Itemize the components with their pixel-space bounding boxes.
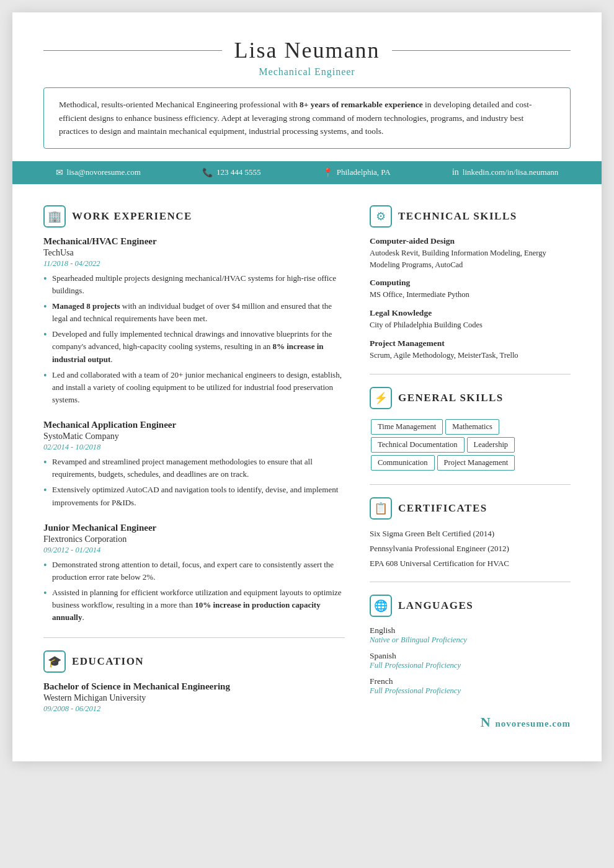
skill-1: Computer-aided Design Autodesk Revit, Bu…: [370, 236, 571, 271]
skill-tag-1: Time Management: [371, 419, 443, 435]
edu-1-school: Western Michigan University: [43, 693, 345, 703]
job-1-company: TechUsa: [43, 248, 345, 258]
right-column: ⚙ TECHNICAL SKILLS Computer-aided Design…: [370, 203, 571, 730]
job-2: Mechanical Application Engineer SystoMat…: [43, 420, 345, 509]
technical-skills-icon-box: ⚙: [370, 205, 392, 228]
linkedin-text: linkedin.com/in/lisa.neumann: [463, 167, 559, 177]
linkedin-icon: in: [452, 167, 459, 177]
languages-icon-box: 🌐: [370, 595, 392, 617]
general-skills-icon-box: ⚡: [370, 387, 392, 409]
job-3-bullet-2: Assisted in planning for efficient workf…: [43, 587, 345, 624]
skill-3: Legal Knowledge City of Philadelphia Bui…: [370, 308, 571, 331]
languages-title: LANGUAGES: [398, 600, 473, 612]
left-column: 🏢 WORK EXPERIENCE Mechanical/HVAC Engine…: [43, 203, 345, 730]
job-1: Mechanical/HVAC Engineer TechUsa 11/2018…: [43, 236, 345, 406]
resume-container: Lisa Neumann Mechanical Engineer Methodi…: [12, 12, 602, 761]
location-icon: 📍: [323, 167, 333, 178]
skill-tag-2: Mathematics: [445, 419, 499, 435]
edu-1-degree: Bachelor of Science in Mechanical Engine…: [43, 681, 345, 692]
candidate-title: Mechanical Engineer: [43, 66, 571, 78]
lang-1-level: Native or Bilingual Proficiency: [370, 636, 571, 645]
job-1-bullet-2: Managed 8 projects with an individual bu…: [43, 300, 345, 325]
skill-4-desc: Scrum, Agile Methodology, MeisterTask, T…: [370, 350, 571, 361]
general-skills-title: GENERAL SKILLS: [398, 392, 504, 404]
work-experience-title: WORK EXPERIENCE: [72, 210, 192, 223]
cert-2: Pennsylvania Professional Engineer (2012…: [370, 543, 571, 554]
branding-footer: N novoresume.com: [370, 714, 571, 730]
job-2-title: Mechanical Application Engineer: [43, 420, 345, 430]
certificates-title: CERTIFICATES: [398, 502, 487, 515]
lang-1: English Native or Bilingual Proficiency: [370, 626, 571, 645]
job-2-dates: 02/2014 - 10/2018: [43, 443, 345, 452]
divider-languages: [370, 582, 571, 582]
skill-4: Project Management Scrum, Agile Methodol…: [370, 339, 571, 361]
job-1-dates: 11/2018 - 04/2022: [43, 259, 345, 268]
skill-1-name: Computer-aided Design: [370, 236, 571, 246]
contact-email: ✉ lisa@novoresume.com: [56, 167, 141, 178]
lightning-icon: ⚡: [374, 391, 388, 405]
divider-general-skills: [370, 374, 571, 374]
skill-3-name: Legal Knowledge: [370, 308, 571, 318]
job-3: Junior Mechanical Engineer Flextronics C…: [43, 523, 345, 624]
work-experience-header: 🏢 WORK EXPERIENCE: [43, 205, 345, 228]
divider-certificates: [370, 484, 571, 485]
skill-1-desc: Autodesk Revit, Building Information Mod…: [370, 247, 571, 271]
work-experience-icon-box: 🏢: [43, 205, 66, 228]
job-1-bullets: Spearheaded multiple projects designing …: [43, 272, 345, 406]
job-3-bullets: Demonstrated strong attention to detail,…: [43, 559, 345, 624]
skill-2-desc: MS Office, Intermediate Python: [370, 289, 571, 301]
education-header: 🎓 EDUCATION: [43, 650, 345, 673]
skill-3-desc: City of Philadelphia Building Codes: [370, 319, 571, 331]
general-skills-tags: Time Management Mathematics Technical Do…: [370, 418, 571, 472]
branding-n: N: [481, 714, 491, 730]
job-1-bullet-4: Led and collaborated with a team of 20+ …: [43, 369, 345, 406]
languages-header: 🌐 LANGUAGES: [370, 595, 571, 617]
email-text: lisa@novoresume.com: [67, 167, 141, 177]
cert-1: Six Sigma Green Belt Certified (2014): [370, 528, 571, 539]
job-1-title: Mechanical/HVAC Engineer: [43, 236, 345, 247]
contact-bar: ✉ lisa@novoresume.com 📞 123 444 5555 📍 P…: [12, 161, 602, 184]
cert-3: EPA 608 Universal Certification for HVAC: [370, 558, 571, 569]
summary-box: Methodical, results-oriented Mechanical …: [43, 87, 571, 149]
skill-tag-6: Project Management: [437, 455, 515, 471]
email-icon: ✉: [56, 167, 63, 178]
skill-tag-5: Communication: [371, 455, 435, 471]
phone-icon: 📞: [202, 167, 213, 178]
job-3-title: Junior Mechanical Engineer: [43, 523, 345, 533]
contact-linkedin: in linkedin.com/in/lisa.neumann: [452, 167, 558, 177]
technical-skills-header: ⚙ TECHNICAL SKILLS: [370, 205, 571, 228]
candidate-name: Lisa Neumann: [234, 37, 380, 63]
phone-text: 123 444 5555: [216, 167, 261, 177]
lang-1-name: English: [370, 626, 571, 636]
general-skills-header: ⚡ GENERAL SKILLS: [370, 387, 571, 409]
edu-1: Bachelor of Science in Mechanical Engine…: [43, 681, 345, 714]
contact-location: 📍 Philadelphia, PA: [323, 167, 391, 178]
contact-phone: 📞 123 444 5555: [202, 167, 261, 178]
certificates-icon-box: 📋: [370, 497, 392, 520]
lang-3: French Full Professional Proficiency: [370, 676, 571, 696]
education-icon: 🎓: [48, 655, 61, 668]
skill-4-name: Project Management: [370, 339, 571, 348]
edu-1-dates: 09/2008 - 06/2012: [43, 704, 345, 714]
location-text: Philadelphia, PA: [337, 167, 391, 177]
briefcase-icon: 🏢: [48, 210, 61, 223]
header-line-left: [43, 50, 222, 51]
technical-skills-title: TECHNICAL SKILLS: [398, 210, 517, 223]
job-2-bullet-2: Extensively optimized AutoCAD and naviga…: [43, 484, 345, 508]
education-title: EDUCATION: [72, 655, 144, 668]
globe-icon: 🌐: [374, 599, 388, 613]
skill-tag-3: Technical Documentation: [371, 437, 465, 453]
skill-tag-4: Leadership: [467, 437, 515, 453]
lang-2-name: Spanish: [370, 651, 571, 661]
gear-icon: ⚙: [376, 210, 386, 223]
education-icon-box: 🎓: [43, 650, 66, 673]
skill-2-name: Computing: [370, 278, 571, 288]
job-3-company: Flextronics Corporation: [43, 534, 345, 544]
divider-education: [43, 637, 345, 638]
lang-3-level: Full Professional Proficiency: [370, 686, 571, 696]
lang-3-name: French: [370, 676, 571, 686]
certificate-icon: 📋: [374, 502, 388, 515]
job-2-company: SystoMatic Company: [43, 432, 345, 441]
main-content: 🏢 WORK EXPERIENCE Mechanical/HVAC Engine…: [43, 203, 571, 730]
certificates-header: 📋 CERTIFICATES: [370, 497, 571, 520]
